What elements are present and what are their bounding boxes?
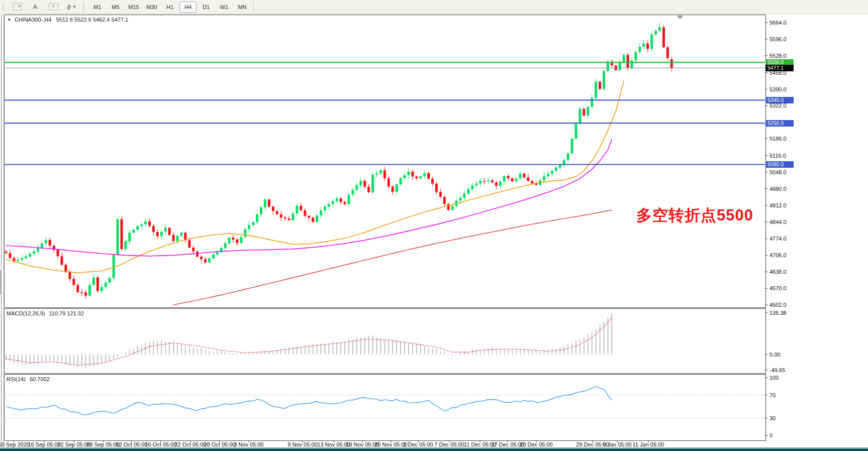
toolbar-grip-2[interactable] [83,3,86,12]
macd-axis-label: -49.65 [769,367,785,373]
price-tick-label: 5048.0 [769,169,787,175]
toolbar: F A T ⇄ ▼ M1M5M15M30H1H4D1W1MN [0,0,868,14]
price-tick-label: 5322.0 [769,102,787,108]
timeframe-button-M30[interactable]: M30 [143,2,160,13]
frames-tool-button[interactable]: F [9,2,26,13]
symbol-timeframe-label: CHINA300-,H4 [15,17,51,23]
price-badge-5250.0: 5250.0 [765,120,794,127]
timeframe-button-H4[interactable]: H4 [179,2,197,13]
price-tick-label: 4570.0 [769,285,787,291]
time-tick-label: 11 Jan 05:00 [626,441,671,447]
toolbar-grip[interactable] [3,3,6,12]
ohlc-values: 5512.6 5522.6 5462.4 5477.1 [56,17,128,23]
cycle-arrows-icon: ⇄ [65,3,73,11]
rsi-axis-label: 100 [769,375,779,381]
price-tick-label: 5664.0 [769,20,787,26]
price-tick-label: 5596.0 [769,36,787,42]
chart-annotation-text: 多空转折点5500 [636,205,753,226]
rsi-axis-label: 70 [769,392,776,398]
timeframe-button-MN[interactable]: MN [234,2,251,13]
rsi-axis-label: 30 [769,415,776,421]
rsi-axis-label: 0 [769,432,773,438]
timeframe-button-M1[interactable]: M1 [89,2,106,13]
price-tick-label: 5390.0 [769,86,787,92]
rsi-label: RSI(14) [7,376,26,382]
mt4-chart-window: F A T ⇄ ▼ M1M5M15M30H1H4D1W1MN ▼ CHINA30… [0,0,868,451]
macd-values: 110.79 121.32 [49,310,84,316]
mid-ma-line [6,139,612,256]
cycle-arrows-button[interactable]: ⇄ ▼ [63,2,80,13]
rsi-line [6,386,612,414]
chart-title[interactable]: ▼ CHINA300-,H4 5512.6 5522.6 5462.4 5477… [7,17,128,23]
timeframe-button-D1[interactable]: D1 [198,2,215,13]
status-strip [0,448,868,451]
price-tick-label: 4774.0 [769,236,787,242]
macd-axis-label: 135.38 [769,310,787,316]
timeframe-button-W1[interactable]: W1 [216,2,233,13]
timeframe-toolbar: M1M5M15M30H1H4D1W1MN [88,2,251,13]
rsi-value: 60.7002 [30,376,50,382]
price-badge-5477.1: 5477.1 [765,65,794,71]
letter-a-icon: A [33,3,38,11]
price-tick-label: 4844.0 [769,219,787,225]
time-tick-label: 3 Nov 05:00 [226,441,271,447]
rsi-header: RSI(14) 60.7002 [7,376,50,382]
price-tick-label: 4706.0 [769,252,787,258]
price-tick-label: 5116.0 [769,153,786,159]
slow-ma-line [173,210,612,305]
chart-shift-marker-icon[interactable] [677,16,683,19]
text-label-icon: T [49,3,58,11]
timeframe-button-M5[interactable]: M5 [107,2,124,13]
macd-label: MACD(12,26,9) [7,310,45,316]
price-tick-label: 4912.0 [769,202,787,208]
chevron-down-icon: ▼ [72,5,76,9]
price-badge-5080.0: 5080.0 [765,161,794,168]
timeframe-button-H1[interactable]: H1 [161,2,178,13]
time-tick-label: 23 Dec 05:00 [514,441,559,447]
collapse-icon[interactable]: ▼ [7,18,11,22]
price-tick-label: 4638.0 [769,269,787,275]
frames-icon: F [13,3,22,11]
price-tick-label: 5528.0 [769,53,787,59]
macd-signal-line [6,317,612,365]
time-axis[interactable]: 10 Sep 202016 Sep 05:0022 Sep 05:0028 Se… [0,440,868,447]
fast-ma-line [6,81,624,273]
price-tick-label: 5186.0 [769,136,787,142]
text-label-button[interactable]: T [45,2,62,13]
arrow-text-button[interactable]: A [27,2,44,13]
axis-baseline [0,447,868,448]
macd-header: MACD(12,26,9) 110.79 121.32 [7,310,84,316]
price-badge-5345.0: 5345.0 [765,97,794,103]
timeframe-button-M15[interactable]: M15 [125,2,142,13]
price-tick-label: 4502.0 [769,302,787,308]
price-tick-label: 4980.0 [769,186,787,192]
macd-axis-label: 0.00 [769,352,780,358]
toolbar-separator [253,2,254,12]
